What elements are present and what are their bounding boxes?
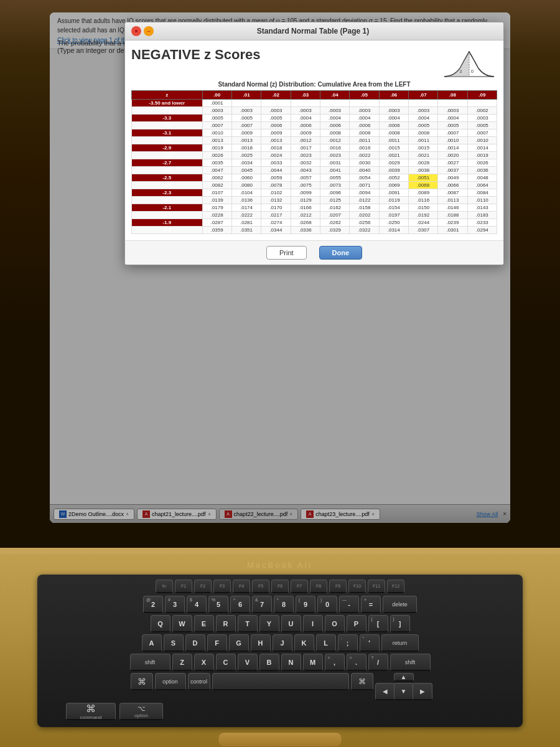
key-command-full[interactable]: ⌘ command (66, 703, 116, 720)
key-f5[interactable]: F5 (252, 580, 269, 593)
key-f4[interactable]: F4 (233, 580, 250, 593)
key-e[interactable]: E (194, 615, 214, 632)
key-r[interactable]: R (216, 615, 236, 632)
key-period[interactable]: > . (347, 654, 366, 671)
key-option-full[interactable]: ⌥ option (119, 703, 163, 720)
key-arrow-up[interactable]: ▲ (394, 673, 414, 682)
table-row: -2.2 .0139.0136.0132.0129 .0125.0122.011… (132, 197, 497, 204)
modal-minimize-button[interactable]: − (144, 26, 154, 36)
key-f11[interactable]: F11 (368, 580, 385, 593)
key-y[interactable]: Y (259, 615, 279, 632)
print-button[interactable]: Print (266, 246, 307, 260)
key-f12[interactable]: F12 (387, 580, 404, 593)
key-m[interactable]: M (303, 654, 323, 671)
key-minus[interactable]: — - (339, 596, 359, 613)
key-j[interactable]: J (273, 634, 292, 652)
key-space[interactable] (212, 673, 349, 690)
z-table-wrapper: z .00 .01 .02 .03 .04 .05 .06 .07 .08 (131, 90, 497, 234)
key-f[interactable]: F (207, 634, 227, 652)
table-row: -1.9 .0287.0281.0274.0268 .0262.0256.025… (132, 219, 497, 227)
key-w[interactable]: W (172, 615, 192, 632)
key-0[interactable]: ) 0 (317, 596, 337, 613)
key-2[interactable]: @ 2 (143, 596, 163, 613)
svg-text:0: 0 (471, 69, 474, 73)
laptop-screen: Assume that adults have IQ scores that a… (50, 12, 510, 523)
key-f10[interactable]: F10 (348, 580, 366, 593)
key-f1[interactable]: F1 (175, 580, 192, 593)
key-h[interactable]: H (251, 634, 271, 652)
command-label: command (80, 715, 101, 720)
table-row: -3.2 .0007.0007.0006.0006 .0006.0006.000… (132, 122, 497, 129)
key-shift-right[interactable]: shift (390, 654, 431, 671)
bell-curve-svg: z 0 (441, 47, 497, 81)
key-8[interactable]: * 8 (274, 596, 294, 613)
key-semicolon[interactable]: : ; (338, 634, 358, 652)
modal-close-button[interactable]: × (131, 26, 141, 36)
key-g[interactable]: G (229, 634, 249, 652)
key-arrow-down[interactable]: ▼ (394, 683, 414, 700)
key-d[interactable]: D (185, 634, 205, 652)
table-row: -2.8 .0026.0025.0024.0023 .0023.0022.002… (132, 152, 497, 159)
key-command-symbol[interactable]: ⌘ (131, 673, 153, 690)
standard-normal-modal: × − Standard Normal Table (Page 1) NEGAT… (124, 22, 504, 265)
key-4[interactable]: $ 4 (187, 596, 207, 613)
key-o[interactable]: O (325, 615, 345, 632)
key-z[interactable]: Z (172, 654, 192, 671)
key-option-left[interactable]: option (155, 673, 186, 690)
col-header-03: .03 (291, 91, 320, 100)
key-arrow-left[interactable]: ◀ (375, 683, 395, 700)
key-6[interactable]: ^ 6 (230, 596, 250, 613)
key-p[interactable]: P (347, 615, 366, 632)
done-button[interactable]: Done (319, 246, 363, 260)
key-9[interactable]: ( 9 (296, 596, 315, 613)
key-bracket-left[interactable]: { [ (368, 615, 388, 632)
key-command-left-bottom[interactable]: ⌘ (351, 673, 373, 690)
key-l[interactable]: L (316, 634, 336, 652)
col-header-04: .04 (320, 91, 349, 100)
table-row: -1.8 .0359.0351.0344.0336 .0329.0322.031… (132, 227, 497, 234)
key-n[interactable]: N (281, 654, 301, 671)
key-fn[interactable]: fn (156, 580, 173, 593)
key-x[interactable]: X (194, 654, 214, 671)
key-shift-left[interactable]: shift (130, 654, 170, 671)
key-q[interactable]: Q (151, 615, 170, 632)
key-arrow-right[interactable]: ▶ (413, 683, 432, 700)
key-b[interactable]: B (259, 654, 279, 671)
key-s[interactable]: S (164, 634, 184, 652)
key-f2[interactable]: F2 (194, 580, 212, 593)
key-v[interactable]: V (238, 654, 258, 671)
table-row: -2.9 .0019.0018.0018.0017 .0016.0016.001… (132, 144, 497, 152)
key-f3[interactable]: F3 (213, 580, 231, 593)
z-score-table: z .00 .01 .02 .03 .04 .05 .06 .07 .08 (131, 90, 497, 234)
key-f9[interactable]: F9 (329, 580, 347, 593)
negative-z-title: NEGATIVE z Scores (131, 47, 260, 63)
key-comma[interactable]: < , (325, 654, 345, 671)
key-k[interactable]: K (294, 634, 314, 652)
key-5[interactable]: % 5 (208, 596, 228, 613)
key-f8[interactable]: F8 (310, 580, 327, 593)
key-quote[interactable]: " ' (360, 634, 380, 652)
key-i[interactable]: I (303, 615, 323, 632)
key-return[interactable]: return (381, 634, 419, 652)
key-t[interactable]: T (238, 615, 258, 632)
key-c[interactable]: C (216, 654, 236, 671)
key-f6[interactable]: F6 (271, 580, 289, 593)
key-bracket-right[interactable]: } ] (390, 615, 410, 632)
key-7[interactable]: & 7 (252, 596, 272, 613)
key-control[interactable]: control (188, 673, 210, 690)
key-delete[interactable]: delete (383, 596, 417, 613)
key-a[interactable]: A (142, 634, 162, 652)
key-slash[interactable]: ? / (368, 654, 388, 671)
key-3[interactable]: # 3 (165, 596, 185, 613)
table-row: -3.0 .0013.0013.0013.0012 .0012.0011.001… (132, 137, 497, 144)
key-f7[interactable]: F7 (291, 580, 308, 593)
modal-title: Standard Normal Table (Page 1) (257, 27, 370, 35)
col-header-00: .00 (202, 91, 231, 100)
trackpad[interactable] (218, 732, 342, 747)
col-header-08: .08 (438, 91, 467, 100)
key-equals[interactable]: + = (361, 596, 381, 613)
table-row: -2.1 .0179.0174.0170.0166 .0162.0158.015… (132, 204, 497, 212)
table-row: -2.0 .0228.0222.0217.0212 .0207.0202.019… (132, 212, 497, 219)
key-u[interactable]: U (281, 615, 301, 632)
table-row: -3.4 .0003.0003.0003.0003 .0003.0003.000… (132, 107, 497, 115)
